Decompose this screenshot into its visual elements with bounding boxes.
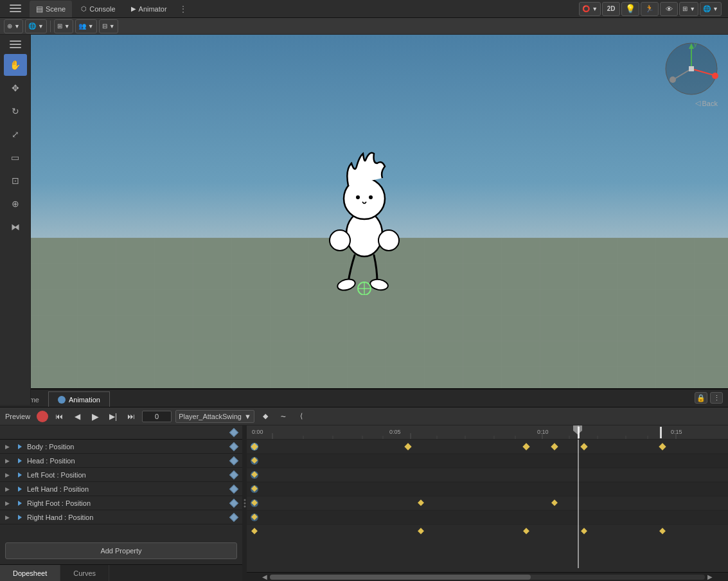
frame-input[interactable]	[142, 411, 172, 422]
prop-row-left-hand-position[interactable]: ▶ Left Hand : Position	[0, 482, 242, 496]
hamburger-line1	[10, 4, 21, 6]
timeline-area[interactable]: 0:00 0:05 0:10 0:15	[247, 425, 728, 581]
header-keyframe-diamond[interactable]	[229, 427, 238, 436]
right-hand-pos-keyframe[interactable]	[229, 512, 238, 521]
scrollbar-thumb[interactable]	[270, 575, 531, 580]
tab-animator[interactable]: ▶ Animator	[125, 1, 173, 17]
timeline-tracks[interactable]: .kf { fill: #e0c050; } .kf-small { fill:…	[247, 440, 728, 572]
preview-label: Preview	[5, 413, 30, 420]
prop-row-left-foot-position[interactable]: ▶ Left Foot : Position	[0, 468, 242, 482]
go-to-end-button[interactable]: ⏭	[124, 410, 138, 423]
console-tab-icon: ⬡	[81, 5, 87, 12]
tabs-overflow-icon[interactable]: ⋮	[179, 4, 188, 14]
prop-row-body-position[interactable]: ▶ Body : Position	[0, 440, 242, 454]
rotate-tool[interactable]: ↻	[4, 100, 27, 122]
svg-rect-51	[578, 427, 580, 438]
animation-tab-label: Animation	[69, 396, 100, 404]
custom-tool2[interactable]: ⧓	[4, 216, 27, 238]
tab-animation[interactable]: Animation	[48, 391, 110, 407]
move-tool[interactable]: ✥	[4, 77, 27, 99]
layers-dropdown[interactable]: 🌐▼	[700, 2, 722, 16]
visibility-button[interactable]: 👁	[660, 2, 678, 16]
left-hand-pos-keyframe[interactable]	[229, 484, 238, 493]
scene-tab-label: Scene	[46, 5, 66, 13]
hamburger-line3	[10, 11, 21, 12]
tab-curves[interactable]: Curves	[60, 565, 109, 582]
svg-point-27	[244, 503, 246, 505]
body-pos-keyframe[interactable]	[229, 442, 238, 451]
svg-rect-57	[247, 496, 728, 510]
gizmo-svg: y	[662, 40, 720, 98]
scale-tool[interactable]: ⤢	[4, 123, 27, 145]
head-pos-keyframe[interactable]	[229, 456, 238, 465]
scene-hamburger[interactable]	[4, 37, 27, 51]
panel-tab-bar: Game Animation 🔒 ⋮	[0, 389, 728, 407]
prop-row-right-hand-position[interactable]: ▶ Right Hand : Position	[0, 510, 242, 524]
play-button[interactable]: ▶	[88, 410, 102, 423]
add-property-button[interactable]: Add Property	[5, 542, 237, 559]
right-foot-pos-expand-icon[interactable]: ▶	[5, 500, 13, 506]
hand-tool[interactable]: ✋	[4, 54, 27, 76]
prop-row-head-position[interactable]: ▶ Head : Position	[0, 454, 242, 468]
collab-dropdown[interactable]: 👥▼	[75, 19, 97, 33]
hamburger-line2	[10, 8, 21, 9]
bottom-tabs: Dopesheet Curves	[0, 564, 242, 581]
body-pos-expand-icon[interactable]: ▶	[5, 443, 13, 450]
custom-tool1[interactable]: ⊕	[4, 193, 27, 215]
tab-scene[interactable]: ▤ Scene	[30, 1, 72, 17]
scene-tab-icon: ▤	[36, 4, 43, 13]
clip-dropdown[interactable]: Player_AttackSwing ▼	[175, 410, 254, 423]
animation-curve-button[interactable]: ~	[276, 410, 290, 423]
left-foot-pos-keyframe[interactable]	[229, 470, 238, 479]
timeline-scrollbar[interactable]: ◀ ▶	[247, 572, 728, 581]
snap-dropdown[interactable]: ⊞▼	[54, 19, 73, 33]
lighting-button[interactable]: 💡	[621, 2, 639, 16]
2d-button[interactable]: 2D	[602, 2, 620, 16]
animation-controls: Preview ⏮ ◀ ▶ ▶| ⏭ Player_AttackSwing ▼ …	[0, 407, 728, 425]
transform-handle-dropdown[interactable]: ⊕▼	[4, 19, 23, 33]
svg-point-9	[369, 195, 373, 199]
svg-point-11	[378, 230, 399, 251]
prop-row-right-foot-position[interactable]: ▶ Right Foot : Position	[0, 496, 242, 510]
audio-button[interactable]: 🏃	[641, 2, 659, 16]
back-button[interactable]: ◁ Back	[695, 99, 718, 107]
panel-lock-icon[interactable]: 🔒	[695, 392, 707, 404]
svg-rect-91	[578, 440, 579, 568]
scene-orientation-gizmo[interactable]: y	[662, 40, 720, 98]
record-button[interactable]	[37, 411, 48, 422]
next-frame-button[interactable]: ▶|	[106, 410, 120, 423]
scroll-right-arrow[interactable]: ▶	[705, 573, 715, 582]
transform-tool[interactable]: ⊡	[4, 170, 27, 192]
rect-tool[interactable]: ▭	[4, 147, 27, 168]
gizmo-dropdown[interactable]: ⊞▼	[679, 2, 698, 16]
tab-console[interactable]: ⬡ Console	[75, 1, 121, 17]
scene-viewport[interactable]: ✋ ✥ ↻ ⤢ ▭ ⊡ ⊕ ⧓	[0, 35, 728, 405]
go-to-start-button[interactable]: ⏮	[52, 410, 66, 423]
prev-frame-button[interactable]: ◀	[70, 410, 84, 423]
timeline-ruler[interactable]: 0:00 0:05 0:10 0:15	[247, 425, 728, 440]
head-pos-expand-icon[interactable]: ▶	[5, 458, 13, 464]
scroll-left-arrow[interactable]: ◀	[260, 573, 270, 582]
svg-text:0:05: 0:05	[389, 429, 401, 435]
tab-dopesheet[interactable]: Dopesheet	[0, 565, 60, 582]
svg-rect-52	[660, 427, 662, 438]
panel-more-icon[interactable]: ⋮	[710, 392, 723, 404]
animation-tab-icon	[58, 396, 66, 404]
main-content-area: ▶ Body : Position ▶ Head : Position ▶ Le…	[0, 425, 728, 581]
animator-tab-label: Animator	[139, 5, 167, 13]
hamburger-menu[interactable]	[4, 1, 27, 15]
add-keyframe-button[interactable]: ◆	[258, 410, 272, 423]
collapse-panel-button[interactable]: ⟨	[294, 410, 308, 423]
display-mode-dropdown[interactable]: ⭕▼	[579, 2, 601, 16]
animator-tab-icon: ▶	[131, 5, 136, 12]
scrollbar-track[interactable]	[270, 575, 705, 580]
left-hand-pos-expand-icon[interactable]: ▶	[5, 486, 13, 492]
right-foot-pos-keyframe[interactable]	[229, 498, 238, 507]
svg-point-26	[244, 499, 246, 501]
right-foot-pos-tri-icon	[15, 499, 24, 508]
right-hand-pos-expand-icon[interactable]: ▶	[5, 514, 13, 521]
pivot-dropdown[interactable]: 🌐▼	[25, 19, 47, 33]
left-foot-pos-expand-icon[interactable]: ▶	[5, 472, 13, 478]
svg-rect-58	[247, 510, 728, 524]
grid-dropdown[interactable]: ⊟▼	[99, 19, 118, 33]
